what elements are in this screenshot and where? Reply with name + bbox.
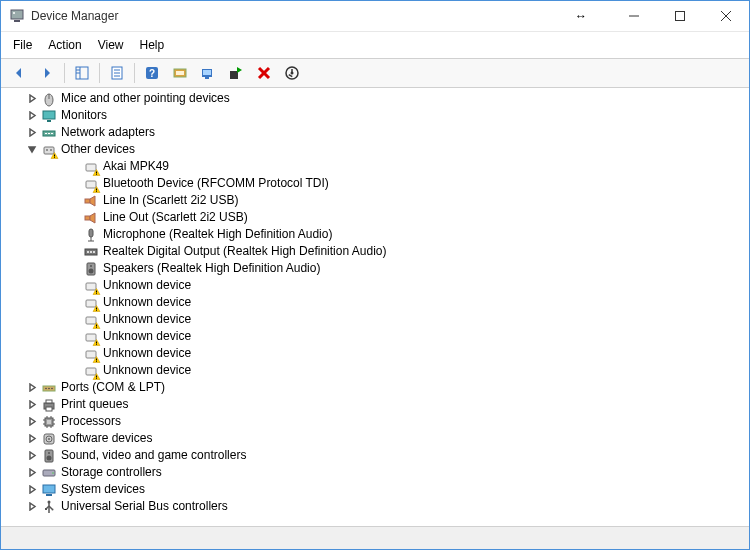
menu-view[interactable]: View <box>90 35 132 55</box>
collapse-icon[interactable] <box>25 143 39 157</box>
scan-hardware-button[interactable] <box>167 60 193 86</box>
menu-bar: File Action View Help <box>1 32 749 58</box>
update-driver-button[interactable] <box>195 60 221 86</box>
help-button[interactable]: ? <box>139 60 165 86</box>
expander-spacer <box>67 211 81 225</box>
tree-device[interactable]: Unknown device <box>1 362 749 379</box>
svg-rect-1 <box>14 20 20 22</box>
tree-item-label: Other devices <box>61 141 135 158</box>
tree-item-label: Unknown device <box>103 362 191 379</box>
tree-device[interactable]: Unknown device <box>1 311 749 328</box>
device-tree[interactable]: Mice and other pointing devicesMonitorsN… <box>1 88 749 526</box>
tree-item-label: Line Out (Scarlett 2i2 USB) <box>103 209 248 226</box>
expand-icon[interactable] <box>25 92 39 106</box>
enable-device-button[interactable] <box>223 60 249 86</box>
mic-icon <box>83 227 99 243</box>
tree-item-label: Sound, video and game controllers <box>61 447 246 464</box>
printer-icon <box>41 397 57 413</box>
tree-device[interactable]: Line Out (Scarlett 2i2 USB) <box>1 209 749 226</box>
tree-item-label: Processors <box>61 413 121 430</box>
expander-spacer <box>67 262 81 276</box>
properties-button[interactable] <box>104 60 130 86</box>
tree-item-label: Storage controllers <box>61 464 162 481</box>
back-button[interactable] <box>6 60 32 86</box>
expand-icon[interactable] <box>25 432 39 446</box>
tree-category[interactable]: Other devices <box>1 141 749 158</box>
status-bar <box>1 526 749 549</box>
tree-device[interactable]: Unknown device <box>1 328 749 345</box>
generic-icon <box>83 295 99 311</box>
close-button[interactable] <box>703 1 749 31</box>
tree-category[interactable]: Software devices <box>1 430 749 447</box>
menu-action[interactable]: Action <box>40 35 89 55</box>
usb-icon <box>41 499 57 515</box>
svg-rect-21 <box>205 77 209 79</box>
expander-spacer <box>67 194 81 208</box>
expander-spacer <box>67 279 81 293</box>
expander-spacer <box>67 177 81 191</box>
title-bar: Device Manager ↔ <box>1 1 749 32</box>
tree-device[interactable]: Line In (Scarlett 2i2 USB) <box>1 192 749 209</box>
speaker-icon <box>83 261 99 277</box>
speaker-icon <box>41 448 57 464</box>
tree-device[interactable]: Realtek Digital Output (Realtek High Def… <box>1 243 749 260</box>
expand-icon[interactable] <box>25 466 39 480</box>
menu-help[interactable]: Help <box>132 35 173 55</box>
disable-device-button[interactable] <box>279 60 305 86</box>
expand-icon[interactable] <box>25 500 39 514</box>
tree-device[interactable]: Akai MPK49 <box>1 158 749 175</box>
tree-device[interactable]: Bluetooth Device (RFCOMM Protocol TDI) <box>1 175 749 192</box>
tree-item-label: Akai MPK49 <box>103 158 169 175</box>
tree-category[interactable]: Universal Serial Bus controllers <box>1 498 749 515</box>
network-icon <box>41 125 57 141</box>
expander-spacer <box>67 228 81 242</box>
tree-device[interactable]: Unknown device <box>1 294 749 311</box>
audio-icon <box>83 210 99 226</box>
tree-item-label: Speakers (Realtek High Definition Audio) <box>103 260 320 277</box>
tree-category[interactable]: Ports (COM & LPT) <box>1 379 749 396</box>
tree-device[interactable]: Unknown device <box>1 277 749 294</box>
window-title: Device Manager <box>31 9 118 23</box>
expand-icon[interactable] <box>25 126 39 140</box>
tree-category[interactable]: Storage controllers <box>1 464 749 481</box>
tree-item-label: Unknown device <box>103 311 191 328</box>
tree-item-label: Unknown device <box>103 294 191 311</box>
expand-icon[interactable] <box>25 415 39 429</box>
tree-device[interactable]: Speakers (Realtek High Definition Audio) <box>1 260 749 277</box>
forward-button[interactable] <box>34 60 60 86</box>
toolbar: ? <box>1 58 749 88</box>
expand-icon[interactable] <box>25 398 39 412</box>
tree-device[interactable]: Microphone (Realtek High Definition Audi… <box>1 226 749 243</box>
tree-category[interactable]: Sound, video and game controllers <box>1 447 749 464</box>
ports-icon <box>41 380 57 396</box>
menu-file[interactable]: File <box>5 35 40 55</box>
expander-spacer <box>67 330 81 344</box>
tree-category[interactable]: Network adapters <box>1 124 749 141</box>
expand-icon[interactable] <box>25 449 39 463</box>
uninstall-device-button[interactable] <box>251 60 277 86</box>
generic-icon <box>83 363 99 379</box>
tree-category[interactable]: Print queues <box>1 396 749 413</box>
expand-icon[interactable] <box>25 381 39 395</box>
tree-category[interactable]: Processors <box>1 413 749 430</box>
minimize-button[interactable] <box>611 1 657 31</box>
expander-spacer <box>67 245 81 259</box>
software-icon <box>41 431 57 447</box>
monitor-icon <box>41 108 57 124</box>
svg-rect-20 <box>203 70 211 75</box>
system-icon <box>41 482 57 498</box>
tree-category[interactable]: Mice and other pointing devices <box>1 90 749 107</box>
tree-item-label: Print queues <box>61 396 128 413</box>
expander-spacer <box>67 347 81 361</box>
tree-category[interactable]: System devices <box>1 481 749 498</box>
warning-badge-icon <box>92 372 101 381</box>
mouse-icon <box>41 91 57 107</box>
expand-icon[interactable] <box>25 109 39 123</box>
maximize-button[interactable] <box>657 1 703 31</box>
tree-device[interactable]: Unknown device <box>1 345 749 362</box>
expand-icon[interactable] <box>25 483 39 497</box>
tree-item-label: Unknown device <box>103 345 191 362</box>
expander-spacer <box>67 160 81 174</box>
show-hide-console-tree-button[interactable] <box>69 60 95 86</box>
tree-category[interactable]: Monitors <box>1 107 749 124</box>
